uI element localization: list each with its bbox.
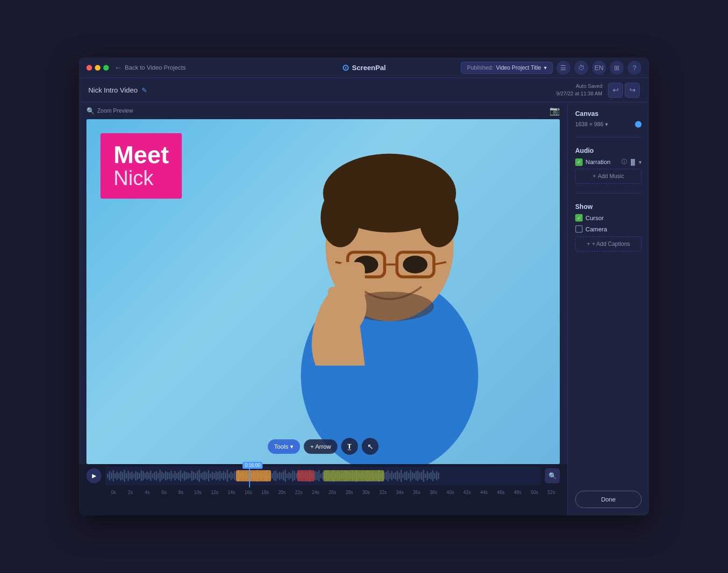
time-label-38: 38s — [425, 490, 442, 495]
tools-button[interactable]: Tools ▾ — [268, 439, 300, 454]
redo-button[interactable]: ↪ — [625, 83, 640, 98]
timeline-track[interactable]: 0:16:00 — [105, 466, 541, 485]
orange-segment[interactable] — [236, 470, 271, 481]
svg-rect-14 — [328, 286, 340, 316]
time-label-48: 48s — [509, 490, 526, 495]
app-title: ScreenPal — [352, 64, 386, 72]
narration-label: Narration — [585, 158, 619, 165]
fullscreen-button[interactable] — [103, 65, 109, 71]
publish-chevron-icon: ▾ — [544, 64, 547, 71]
layers-icon[interactable]: ⊞ — [610, 61, 624, 75]
text-button[interactable]: T̲ — [341, 438, 358, 455]
divider-1 — [575, 137, 642, 137]
time-label-42: 42s — [459, 490, 476, 495]
back-button[interactable]: ← Back to Video Projects — [114, 64, 186, 72]
help-icon[interactable]: ? — [628, 61, 642, 75]
time-label-26: 26s — [324, 490, 341, 495]
done-button[interactable]: Done — [575, 491, 642, 508]
time-label-12: 12s — [206, 490, 223, 495]
time-label-40: 40s — [442, 490, 459, 495]
time-label-46: 46s — [492, 490, 509, 495]
project-title-area: Nick Intro Video ✎ — [88, 86, 147, 94]
resolution-selector[interactable]: 1638 × 986 ▾ — [575, 121, 608, 128]
cursor-show-label: Cursor — [585, 215, 604, 222]
nick-text: Nick — [114, 167, 169, 189]
timeline-area: ▶ — [79, 464, 567, 516]
title-bar: ← Back to Video Projects ⊙ ScreenPal Pub… — [79, 57, 649, 78]
play-button[interactable]: ▶ — [86, 468, 101, 483]
red-segment[interactable] — [297, 470, 314, 481]
cursor-checkbox[interactable]: ✓ — [575, 214, 583, 222]
publish-label: Published: — [467, 64, 493, 71]
time-label-6: 6s — [156, 490, 172, 495]
time-label-18: 18s — [257, 490, 273, 495]
time-label-50: 50s — [526, 490, 543, 495]
publish-title: Video Project Title — [496, 64, 541, 71]
editor-area: 🔍 Zoom Preview 📷 — [79, 102, 567, 516]
narration-checkbox[interactable]: ✓ — [575, 158, 583, 166]
resolution-chevron-icon: ▾ — [605, 121, 608, 128]
resolution-text: 1638 × 986 — [575, 121, 603, 128]
time-label-34: 34s — [392, 490, 408, 495]
play-icon: ▶ — [92, 473, 96, 479]
arrow-button[interactable]: + Arrow — [304, 439, 337, 454]
meet-nick-overlay: Meet Nick — [100, 133, 182, 199]
close-button[interactable] — [86, 65, 92, 71]
add-music-label: Add Music — [598, 173, 624, 179]
add-music-plus-icon: + — [592, 173, 596, 179]
main-content: 🔍 Zoom Preview 📷 — [79, 102, 649, 516]
stack-icon[interactable]: ☰ — [557, 61, 571, 75]
undo-redo-area: ↩ ↪ — [608, 83, 640, 98]
narration-icons: ⓘ ▐▌ ▾ — [621, 158, 642, 166]
back-label: Back to Video Projects — [125, 64, 186, 71]
title-bar-right: Published: Video Project Title ▾ ☰ ⏱ EN … — [461, 61, 642, 75]
canvas-title: Canvas — [575, 110, 642, 117]
edit-title-icon[interactable]: ✎ — [142, 86, 147, 94]
time-label-16: 16s — [240, 490, 257, 495]
add-captions-button[interactable]: + + Add Captions — [575, 236, 642, 251]
narration-volume-icon[interactable]: ▐▌ — [629, 159, 637, 165]
olive-segment[interactable] — [323, 470, 385, 481]
svg-point-3 — [321, 188, 360, 248]
canvas-section: Canvas 1638 × 986 ▾ — [575, 110, 642, 128]
traffic-lights — [86, 65, 109, 71]
add-music-button[interactable]: + Add Music — [575, 169, 642, 184]
minimize-button[interactable] — [95, 65, 100, 71]
time-label-4: 4s — [139, 490, 156, 495]
search-timeline-button[interactable]: 🔍 — [545, 468, 560, 483]
zoom-preview-button[interactable]: 🔍 Zoom Preview — [86, 107, 133, 115]
time-ruler: 0s 2s 4s 6s 8s 10s 12s 14s 16s 18s 20s 2… — [86, 487, 560, 497]
svg-point-11 — [403, 256, 428, 273]
camera-checkbox[interactable] — [575, 225, 583, 233]
right-sidebar: Canvas 1638 × 986 ▾ Audio ✓ Narration — [567, 102, 649, 516]
time-label-8: 8s — [172, 490, 189, 495]
narration-row: ✓ Narration ⓘ ▐▌ ▾ — [575, 158, 642, 166]
show-section: Show ✓ Cursor Camera + + Add Captions — [575, 203, 642, 251]
time-label-44: 44s — [476, 490, 492, 495]
narration-info-icon[interactable]: ⓘ — [621, 158, 627, 166]
time-label-14: 14s — [223, 490, 240, 495]
language-icon[interactable]: EN — [592, 61, 606, 75]
undo-button[interactable]: ↩ — [608, 83, 623, 98]
timeline-controls: ▶ — [86, 464, 560, 487]
canvas-color-dot[interactable] — [635, 121, 642, 128]
done-label: Done — [601, 496, 615, 503]
camera-show-label: Camera — [585, 226, 607, 233]
tools-bar: Tools ▾ + Arrow T̲ ↖ — [268, 438, 379, 455]
time-label-36: 36s — [408, 490, 425, 495]
cursor-tool-button[interactable]: ↖ — [362, 438, 378, 455]
publish-button[interactable]: Published: Video Project Title ▾ — [461, 62, 553, 74]
text-icon: T̲ — [347, 443, 352, 450]
history-icon[interactable]: ⏱ — [574, 61, 588, 75]
time-label-0: 0s — [105, 490, 122, 495]
screenshot-button[interactable]: 📷 — [550, 106, 560, 116]
time-label-30: 30s — [357, 490, 374, 495]
timeline-cursor[interactable]: 0:16:00 — [249, 464, 250, 487]
narration-chevron-icon[interactable]: ▾ — [639, 159, 642, 165]
tools-label: Tools — [274, 443, 288, 450]
sidebar-spacer — [575, 259, 642, 483]
app-logo: ⊙ ScreenPal — [342, 63, 386, 73]
video-background: Meet Nick Tools ▾ + Arrow T̲ — [86, 119, 560, 464]
add-captions-label: + Add Captions — [592, 241, 630, 247]
camera-show-row: Camera — [575, 225, 642, 233]
